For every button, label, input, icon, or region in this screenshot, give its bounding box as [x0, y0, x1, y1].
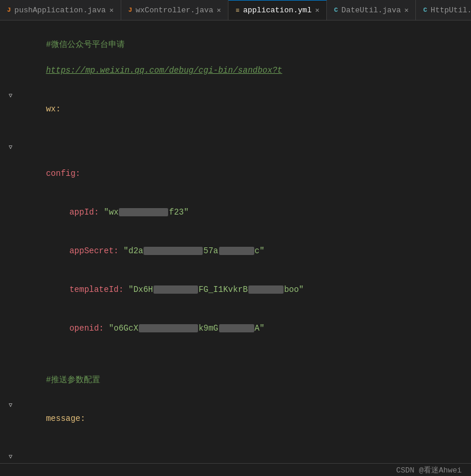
code-line-2: ▽ wx: [0, 90, 471, 128]
code-line-comment2: #推送参数配置 [0, 361, 471, 399]
appsecret-blur2: ████ [219, 247, 254, 255]
tab-dateutil[interactable]: C DateUtil.java ✕ [327, 0, 416, 20]
java-icon-1: J [7, 6, 11, 13]
line-content-comment2: #推送参数配置 [16, 361, 466, 399]
yml-icon: ≡ [236, 7, 240, 14]
gutter-cfg2[interactable]: ▽ [5, 451, 16, 464]
line-content-7: templateId: "Dx6H█████████FG_I1KvkrB████… [16, 270, 466, 309]
code-line-5: appId: "wx██████████f23" [0, 193, 471, 232]
code-line-4: ▽ config: [0, 141, 471, 193]
line-content-1: #微信公众号平台申请 https://mp.weixin.qq.com/debu… [16, 25, 466, 90]
gutter-2[interactable]: ▽ [5, 90, 16, 103]
close-icon-2[interactable]: ✕ [217, 6, 221, 15]
appsecret-key: appSecret: [69, 246, 118, 256]
code-line-empty1 [0, 348, 471, 361]
appid-blur: ██████████ [119, 208, 168, 216]
bottom-bar: CSDN @看迷Ahwei [0, 463, 471, 476]
code-line-6: appSecret: "d2a████████████57a████c" [0, 232, 471, 270]
close-icon-4[interactable]: ✕ [404, 6, 408, 15]
tab-label-5: HttpUtil.java [431, 6, 471, 15]
openid-blur: ████████████ [139, 324, 198, 332]
tab-label-3: application.yml [243, 6, 312, 15]
appsecret-blur: ████████████ [144, 247, 203, 255]
openid-blur2: ██ [219, 324, 254, 332]
footer-text: CSDN @看迷Ahwei [396, 465, 462, 475]
code-line-1: #微信公众号平台申请 https://mp.weixin.qq.com/debu… [0, 25, 471, 90]
gutter-4[interactable]: ▽ [5, 141, 16, 154]
line-content-3 [16, 128, 466, 141]
templateid-blur2: ██████ [248, 285, 284, 294]
openid-key: openid: [69, 324, 104, 333]
code-editor[interactable]: #微信公众号平台申请 https://mp.weixin.qq.com/debu… [0, 21, 471, 476]
gutter-msg[interactable]: ▽ [5, 399, 16, 412]
tab-label-1: pushApplication.java [15, 6, 106, 15]
line-content-2: wx: [16, 90, 466, 128]
close-icon-1[interactable]: ✕ [110, 6, 114, 15]
comment-push: #推送参数配置 [46, 375, 100, 385]
message-key: message: [46, 414, 85, 423]
line-content-5: appId: "wx██████████f23" [16, 193, 466, 232]
space-1 [46, 53, 50, 62]
tab-bar: J pushApplication.java ✕ J wxController.… [0, 0, 471, 21]
tab-label-2: wxController.java [135, 6, 213, 15]
link-wechat[interactable]: https://mp.weixin.qq.com/debug/cgi-bin/s… [46, 66, 282, 75]
code-line-message: ▽ message: [0, 399, 471, 438]
templateid-key: templateId: [69, 285, 123, 294]
tab-httputil[interactable]: C HttpUtil.java ✕ [416, 0, 471, 20]
templateid-blur: █████████ [153, 285, 198, 294]
tab-pushjava[interactable]: J pushApplication.java ✕ [0, 0, 121, 20]
code-line-empty2 [0, 438, 471, 451]
tab-wxcontroller[interactable]: J wxController.java ✕ [121, 0, 228, 20]
code-line-8: openid: "o6GcX████████████k9mG██A" [0, 309, 471, 348]
line-content-message: message: [16, 399, 466, 438]
close-icon-3[interactable]: ✕ [315, 6, 319, 15]
tab-label-4: DateUtil.java [342, 6, 401, 15]
c-icon-1: C [334, 6, 338, 13]
code-line-3 [0, 128, 471, 141]
line-content-6: appSecret: "d2a████████████57a████c" [16, 232, 466, 270]
config-key-1: config: [46, 169, 80, 178]
wx-key: wx: [46, 104, 60, 114]
appid-key: appId: [69, 208, 98, 217]
tab-application-yml[interactable]: ≡ application.yml ✕ [228, 0, 327, 20]
line-content-4: config: [16, 141, 466, 193]
code-line-7: templateId: "Dx6H█████████FG_I1KvkrB████… [0, 270, 471, 309]
comment-wechat: #微信公众号平台申请 [46, 40, 124, 49]
line-content-8: openid: "o6GcX████████████k9mG██A" [16, 309, 466, 348]
java-icon-2: J [128, 6, 132, 13]
c-icon-2: C [423, 6, 427, 13]
